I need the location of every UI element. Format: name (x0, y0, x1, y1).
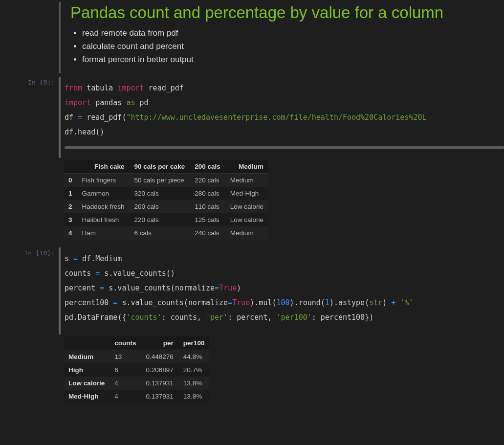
table-row: Low calorie40.13793113.8% (64, 377, 209, 390)
table-row: 2Haddock fresh200 cals110 calsLow calori… (64, 200, 268, 213)
bullet-item: read remote data from pdf (82, 26, 504, 40)
code-block[interactable]: s = df.Medium counts = s.value_counts() … (65, 248, 504, 332)
dataframe-table: counts per per100 Medium130.44827644.8% … (64, 336, 209, 403)
output-cell-2: counts per per100 Medium130.44827644.8% … (0, 336, 504, 409)
input-prompt: In [9]: (0, 77, 59, 158)
code-cell-1[interactable]: In [9]: from tabula import read_pdf impo… (0, 75, 504, 160)
horizontal-scrollbar[interactable] (65, 146, 504, 149)
code-block[interactable]: from tabula import read_pdf import panda… (65, 78, 504, 146)
table-row: High60.20689720.7% (64, 363, 209, 377)
prompt-empty (0, 2, 59, 73)
bullet-item: format percent in better output (82, 53, 504, 66)
markdown-list: read remote data from pdf calculate coun… (82, 26, 504, 67)
table-header-row: Fish cake 90 cals per cake 200 cals Medi… (64, 160, 268, 174)
run-bar (59, 247, 61, 334)
bullet-item: calculate count and percent (82, 40, 504, 53)
markdown-cell: Pandas count and percentage by value for… (0, 0, 504, 75)
dataframe-table: Fish cake 90 cals per cake 200 cals Medi… (64, 160, 268, 240)
input-prompt: In [10]: (0, 247, 59, 334)
code-cell-2[interactable]: In [10]: s = df.Medium counts = s.value_… (0, 245, 504, 336)
run-bar (59, 77, 61, 158)
output-cell-1: Fish cake 90 cals per cake 200 cals Medi… (0, 160, 504, 245)
table-header-row: counts per per100 (64, 336, 209, 350)
table-row: 4Ham6 cals240 calsMedium (64, 226, 268, 240)
markdown-content: Pandas count and percentage by value for… (65, 2, 504, 73)
run-bar (59, 2, 61, 73)
notebook: Pandas count and percentage by value for… (0, 0, 504, 409)
table-row: 3Halibut fresh220 cals125 calsLow calori… (64, 213, 268, 226)
table-row: Medium130.44827644.8% (64, 350, 209, 364)
table-row: 0Fish fingers50 cals per piece220 calsMe… (64, 174, 268, 187)
table-row: Med-High40.13793113.8% (64, 390, 209, 403)
markdown-title: Pandas count and percentage by value for… (70, 3, 504, 22)
table-row: 1Gammon320 cals280 calsMed-High (64, 187, 268, 200)
